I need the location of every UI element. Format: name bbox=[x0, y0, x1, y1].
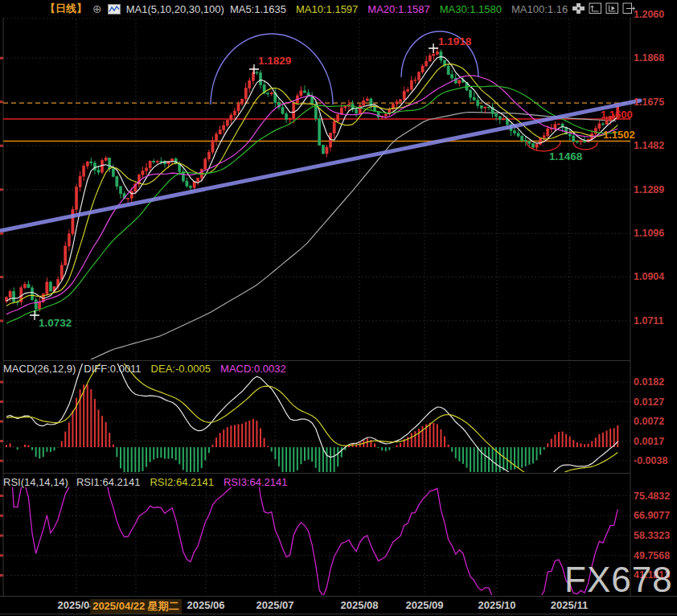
time-axis-label: 2025/07 bbox=[256, 599, 294, 611]
period-label: 【日线】 bbox=[45, 2, 87, 14]
price-axis-tick: 1.0711 bbox=[634, 315, 664, 326]
time-axis-label: 2025/09 bbox=[406, 599, 444, 611]
ma-value-ma20: MA20:1.1587 bbox=[367, 3, 429, 15]
price-axis-tick: 1.1868 bbox=[634, 52, 664, 64]
rsi-pane-header: RSI(14,14,14) RSI1:64.2141RSI2:64.2141RS… bbox=[3, 476, 287, 488]
macd-value-2: MACD:0.0032 bbox=[220, 363, 286, 375]
time-axis-label: 2025/11 bbox=[551, 599, 588, 611]
rsi-axis-tick: 66.9077 bbox=[634, 510, 670, 521]
red-level-label: 1.1600 bbox=[601, 109, 633, 121]
annotation-label: 1.1468 bbox=[549, 150, 582, 162]
annotation-label: 1.1829 bbox=[258, 55, 291, 67]
rsi-title: RSI(14,14,14) bbox=[3, 476, 68, 488]
rsi-value-0: RSI1:64.2141 bbox=[76, 476, 141, 488]
macd-value-1: DEA:-0.0005 bbox=[151, 363, 211, 375]
ma-value-ma30: MA30:1.1580 bbox=[440, 3, 502, 15]
watermark: FX678 bbox=[564, 562, 673, 598]
price-axis-tick: 1.1482 bbox=[634, 140, 664, 151]
axis-play-icon[interactable] bbox=[605, 2, 619, 14]
macd-axis-tick: 0.0017 bbox=[634, 436, 664, 447]
macd-axis-tick: 0.0127 bbox=[634, 396, 664, 408]
macd-title: MACD(26,12,9) bbox=[3, 363, 76, 375]
macd-axis-tick: 0.0072 bbox=[634, 416, 664, 427]
price-axis-tick: 1.1096 bbox=[634, 228, 664, 239]
ma-group-label: MA1(5,10,20,30,100) bbox=[126, 3, 224, 15]
symbol-name: 欧元美元 bbox=[3, 2, 45, 14]
ma-value-ma5: MA5:1.1635 bbox=[230, 3, 286, 15]
chart-toolbar bbox=[572, 2, 636, 14]
rsi-value-2: RSI3:64.2141 bbox=[224, 476, 288, 488]
trading-chart-window: 欧元美元【日线】 ⊕ MA1(5,10,20,30,100) MA5:1.163… bbox=[0, 0, 677, 616]
annotation-label: 1.1918 bbox=[438, 35, 471, 47]
ma-value-ma100: MA100:1.16 bbox=[511, 3, 568, 15]
time-axis-label: 2025/08 bbox=[341, 599, 379, 611]
time-axis-label: 2025/06 bbox=[187, 599, 225, 611]
annotation-label: 1.0732 bbox=[39, 317, 72, 329]
ma-values: MA5:1.1635MA10:1.1597MA20:1.1587MA30:1.1… bbox=[230, 3, 568, 15]
price-axis-tick: 1.1675 bbox=[634, 97, 664, 108]
chart-header: 欧元美元【日线】 ⊕ MA1(5,10,20,30,100) MA5:1.163… bbox=[3, 0, 568, 18]
macd-values: DIFF:0.0011DEA:-0.0005MACD:0.0032 bbox=[84, 363, 285, 375]
ma-value-ma10: MA10:1.1597 bbox=[296, 3, 358, 15]
price-axis-tick: 1.2060 bbox=[634, 9, 664, 20]
macd-axis-tick: 0.0182 bbox=[634, 376, 664, 388]
macd-value-0: DIFF:0.0011 bbox=[84, 363, 141, 375]
macd-axis-tick: -0.0038 bbox=[634, 455, 667, 466]
macd-pane-header: MACD(26,12,9) DIFF:0.0011DEA:-0.0005MACD… bbox=[3, 363, 286, 375]
chart-type-icon[interactable] bbox=[108, 4, 121, 14]
rsi-axis-tick: 58.3323 bbox=[634, 530, 670, 541]
price-axis-tick: 1.0904 bbox=[634, 271, 664, 282]
symbol-title: 欧元美元【日线】 bbox=[3, 2, 87, 16]
circle-plus-icon[interactable]: ⊕ bbox=[92, 3, 102, 14]
orange-level-label: 1.1502 bbox=[603, 129, 635, 141]
crosshair-move-icon[interactable] bbox=[572, 2, 585, 14]
time-axis-selected-date: 2025/04/22 星期二 bbox=[90, 599, 182, 614]
time-axis-label: 2025/10 bbox=[478, 599, 516, 611]
axis-scale-icon[interactable] bbox=[589, 2, 602, 14]
pan-exit-icon[interactable] bbox=[622, 2, 636, 14]
price-axis-tick: 1.1289 bbox=[634, 184, 664, 195]
chart-canvas[interactable] bbox=[0, 0, 677, 616]
rsi-value-1: RSI2:64.2141 bbox=[150, 476, 214, 488]
rsi-axis-tick: 75.4832 bbox=[634, 491, 670, 502]
rsi-values: RSI1:64.2141RSI2:64.2141RSI3:64.2141 bbox=[76, 476, 288, 488]
